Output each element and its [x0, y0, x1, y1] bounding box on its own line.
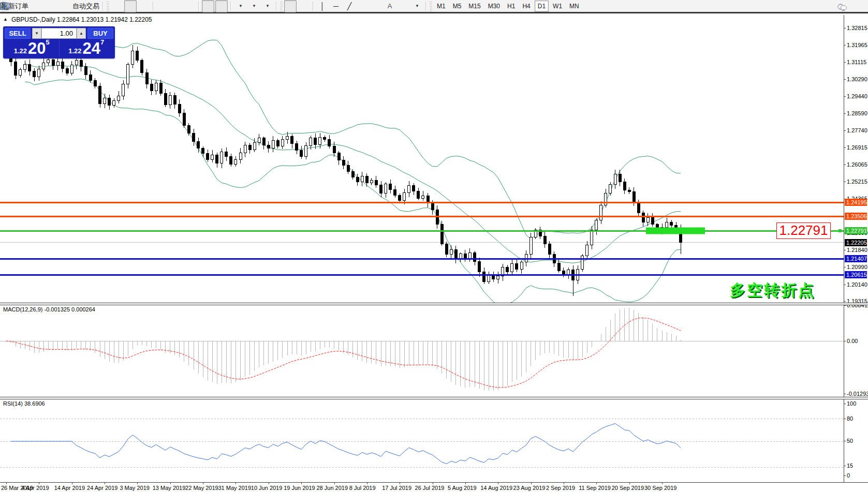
- eraser-button[interactable]: [30, 0, 42, 12]
- date-label: 13 May 2019: [153, 485, 186, 491]
- buy-price-small: 1.22: [68, 47, 81, 55]
- chart-shift-button[interactable]: [215, 0, 228, 12]
- rsi-pane[interactable]: [0, 399, 844, 482]
- timeframe-m30[interactable]: M30: [485, 1, 503, 12]
- date-label: 14 Apr 2019: [54, 485, 85, 491]
- sound-button[interactable]: [57, 0, 69, 12]
- bar-chart-button[interactable]: [111, 0, 123, 12]
- date-label: 26 Jul 2019: [415, 485, 445, 491]
- buy-price[interactable]: 1.22 24 7: [60, 39, 114, 57]
- candlestick-chart-button[interactable]: [124, 0, 137, 12]
- autoscroll-button[interactable]: [202, 0, 214, 12]
- volume-decrease-button[interactable]: ▼: [32, 28, 41, 39]
- volume-input[interactable]: 1.00: [41, 28, 77, 39]
- rsi-scale-tick: 15: [847, 463, 853, 469]
- tile-windows-button[interactable]: [183, 0, 196, 12]
- rsi-name: RSI(14): [3, 400, 23, 407]
- toolbar-grip[interactable]: [430, 1, 432, 11]
- crosshair-button[interactable]: [298, 0, 310, 12]
- toolbar-separator: [198, 2, 199, 11]
- text-button[interactable]: A: [384, 0, 396, 12]
- turning-point-annotation[interactable]: 多空转折点: [730, 280, 815, 301]
- line-chart-button[interactable]: [138, 0, 150, 12]
- trendline-button[interactable]: ╱: [343, 0, 356, 12]
- pane-splitter[interactable]: [0, 397, 868, 399]
- rsi-scale-tick: 50: [847, 438, 853, 444]
- channel-button[interactable]: E: [357, 0, 369, 12]
- y-axis-tick: 1.31965: [847, 42, 867, 49]
- time-axis-tick: [39, 483, 39, 484]
- mt4-terminal: 新订单: [0, 0, 868, 492]
- date-label: 10 Jun 2019: [251, 485, 283, 491]
- y-axis-tick: 1.26915: [847, 144, 867, 151]
- chat-button[interactable]: [851, 1, 863, 13]
- trendline-icon: ╱: [347, 3, 351, 10]
- date-label: 19 Jun 2019: [284, 485, 315, 491]
- zoom-out-button[interactable]: [170, 0, 182, 12]
- sell-button[interactable]: SELL: [5, 28, 31, 39]
- date-label: 17 Jul 2019: [382, 485, 411, 491]
- toolbar: 新订单: [0, 0, 868, 13]
- rsi-scale-tick: 80: [847, 415, 853, 422]
- date-label: 24 Apr 2019: [87, 485, 117, 491]
- timeframe-m5[interactable]: M5: [450, 1, 465, 12]
- time-axis[interactable]: 26 Mar 20194 Apr 201914 Apr 201924 Apr 2…: [0, 482, 868, 492]
- time-axis-tick: [6, 483, 7, 484]
- label-button[interactable]: T: [397, 0, 409, 12]
- arrows-icon: [0, 2, 8, 10]
- arrows-button[interactable]: ▼: [410, 0, 423, 12]
- timeframe-h1[interactable]: H1: [504, 1, 518, 12]
- price-axis[interactable]: 1.328151.319651.311151.302901.294401.285…: [844, 15, 868, 492]
- toolbar-grip[interactable]: [280, 1, 283, 11]
- date-label: 5 Aug 2019: [448, 485, 477, 491]
- price-chart-pane[interactable]: [0, 15, 844, 303]
- y-axis-tick: 1.26065: [847, 161, 867, 168]
- y-axis-tick: 1.29440: [847, 93, 867, 100]
- timeframe-mn[interactable]: MN: [566, 1, 582, 12]
- periods-button[interactable]: ▼: [247, 0, 260, 12]
- macd-signal-value: 0.000264: [71, 306, 95, 312]
- time-axis-tick: [564, 483, 564, 484]
- buy-price-big: 24: [83, 41, 100, 56]
- autotrading-label: 自动交易: [72, 2, 99, 11]
- dropdown-arrow-icon: ▼: [415, 4, 419, 8]
- chart-window-button[interactable]: [43, 0, 56, 12]
- y-axis-tick: 1.28590: [847, 110, 867, 117]
- one-click-collapse-toggle[interactable]: ▲: [3, 17, 8, 22]
- y-axis-tick: 1.27740: [847, 127, 867, 134]
- macd-pane[interactable]: [0, 304, 844, 396]
- time-axis-tick: [72, 483, 72, 484]
- y-axis-tick: 1.20140: [847, 281, 867, 288]
- vertical-line-icon: │: [320, 3, 325, 10]
- toolbar-grip[interactable]: [107, 1, 109, 11]
- timeframe-w1[interactable]: W1: [550, 1, 565, 12]
- horizontal-line-icon: ─: [333, 3, 339, 10]
- sell-price-big: 20: [28, 41, 46, 56]
- price-level-label: 1.21407: [845, 255, 867, 262]
- timeframe-d1[interactable]: D1: [535, 1, 549, 12]
- macd-value: -0.001325: [44, 306, 70, 312]
- timeframe-m1[interactable]: M1: [434, 1, 449, 12]
- timeframe-bar: M1M5M15M30H1H4D1W1MN: [433, 1, 583, 12]
- autotrading-button[interactable]: 自动交易: [70, 0, 100, 12]
- dropdown-arrow-icon: ▼: [239, 4, 243, 8]
- horizontal-line-button[interactable]: ─: [330, 0, 342, 12]
- zoom-in-button[interactable]: [156, 0, 169, 12]
- sell-price[interactable]: 1.22 20 5: [5, 39, 59, 57]
- templates-button[interactable]: ▼: [261, 0, 273, 12]
- price-annotation-box[interactable]: 1.22791: [776, 222, 831, 239]
- y-axis-tick: 1.25215: [847, 178, 867, 185]
- indicators-button[interactable]: ▼: [234, 0, 246, 12]
- time-axis-tick: [531, 483, 532, 484]
- buy-button[interactable]: BUY: [87, 28, 113, 39]
- sell-price-sup: 5: [46, 38, 50, 46]
- fibonacci-button[interactable]: F: [370, 0, 382, 12]
- vertical-line-button[interactable]: │: [316, 0, 329, 12]
- timeframe-h4[interactable]: H4: [519, 1, 533, 12]
- time-axis-tick: [433, 483, 433, 484]
- volume-increase-button[interactable]: ▲: [77, 28, 86, 39]
- timeframe-m15[interactable]: M15: [465, 1, 483, 12]
- date-label: 2 Sep 2019: [546, 485, 575, 491]
- cursor-button[interactable]: [284, 0, 297, 12]
- pane-splitter[interactable]: [0, 303, 868, 305]
